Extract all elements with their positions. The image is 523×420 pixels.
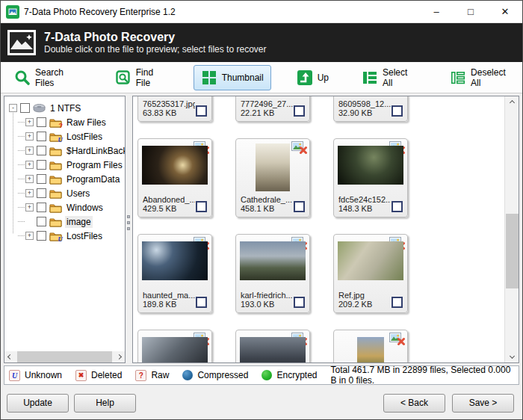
tree-checkbox[interactable]	[37, 188, 46, 198]
tree-item[interactable]: + ? Raw Files	[9, 115, 125, 129]
tree-expander[interactable]: -	[9, 104, 17, 112]
maximize-button[interactable]: □	[454, 1, 488, 22]
tree-item[interactable]: + U LostFiles	[9, 129, 125, 143]
tree-expander[interactable]: +	[25, 203, 34, 211]
tree-item-label[interactable]: Users	[65, 188, 91, 200]
file-checkbox[interactable]	[196, 297, 207, 308]
file-checkbox[interactable]	[196, 105, 207, 117]
toolbar-button[interactable]: Search Files	[7, 63, 90, 93]
thumbnail-tile[interactable]: fdc5e24c152... 148.3 KB	[333, 138, 408, 217]
tree-item-label[interactable]: Program Files	[65, 159, 124, 171]
tree-item-label[interactable]: image	[65, 216, 93, 228]
tree-item[interactable]: + ProgramData	[9, 172, 125, 186]
back-button[interactable]: < Back	[383, 394, 445, 413]
thumbnail-tile[interactable]	[137, 330, 212, 362]
tree-expander[interactable]: +	[25, 232, 34, 240]
thumbnail-tile[interactable]: Cathedrale_... 458.1 KB	[235, 138, 310, 217]
photo-icon	[7, 30, 36, 55]
tile-label: 8609598_12... 32.90 KB	[338, 99, 391, 117]
window-title: 7-Data Photo Recovery Enterprise 1.2	[24, 7, 176, 17]
help-button[interactable]: Help	[74, 394, 136, 413]
tree-expander[interactable]: +	[25, 175, 34, 183]
tree-checkbox[interactable]	[37, 117, 46, 127]
panel-splitter[interactable]	[126, 94, 132, 365]
update-button[interactable]: Update	[7, 394, 69, 413]
file-checkbox[interactable]	[196, 201, 207, 212]
tree-root-item[interactable]: - 1 NTFS	[9, 101, 125, 115]
file-size: 148.3 KB	[338, 204, 391, 213]
tile-label: 7772496_27... 22.21 KB	[241, 99, 293, 117]
thumbnail-image	[357, 337, 384, 362]
thumbnail-tile[interactable]	[235, 330, 310, 362]
toolbar-button-label: Thumbnail	[222, 72, 264, 83]
tree-expander[interactable]: +	[25, 146, 34, 155]
banner-title: 7-Data Photo Recovery	[44, 30, 266, 44]
file-checkbox[interactable]	[392, 105, 403, 117]
legend-label: Compressed	[197, 370, 248, 380]
file-checkbox[interactable]	[294, 201, 305, 212]
thumbnail-icon	[201, 70, 217, 86]
tree-checkbox[interactable]	[37, 132, 46, 141]
file-size: 32.90 KB	[338, 108, 391, 117]
file-checkbox[interactable]	[392, 297, 403, 308]
tree-connector	[18, 122, 25, 123]
tree-item-label[interactable]: $HardLinkBacku	[65, 145, 126, 157]
scroll-left-icon[interactable]	[4, 351, 16, 362]
scroll-up-icon[interactable]	[505, 96, 519, 109]
minimize-button[interactable]: –	[419, 1, 454, 22]
thumbnail-tile[interactable]: 7772496_27... 22.21 KB	[235, 96, 310, 122]
toolbar-button[interactable]: Select All	[354, 63, 424, 93]
close-button[interactable]: ✕	[488, 1, 522, 22]
scroll-down-icon[interactable]	[505, 350, 519, 362]
tree-item[interactable]: image	[9, 214, 125, 229]
tree-checkbox[interactable]	[37, 217, 46, 226]
tree-item-label[interactable]: LostFiles	[65, 230, 104, 242]
tree-checkbox[interactable]	[20, 103, 30, 113]
grid-vertical-scrollbar[interactable]	[504, 96, 519, 362]
tree-expander[interactable]: +	[25, 189, 34, 197]
file-checkbox[interactable]	[294, 105, 305, 117]
thumbnail-tile[interactable]: 765235317.jpg 63.83 KB	[137, 96, 212, 122]
thumbnail-tile[interactable]: haunted_ma... 189.8 KB	[137, 234, 212, 313]
save-button[interactable]: Save >	[452, 394, 514, 413]
scrollbar-thumb[interactable]	[17, 351, 112, 362]
file-checkbox[interactable]	[392, 201, 403, 212]
tree-item[interactable]: + $HardLinkBacku	[9, 143, 125, 158]
thumbnail-tile[interactable]: Abandoned_... 429.5 KB	[137, 138, 212, 217]
thumbnail-tile[interactable]	[333, 330, 408, 362]
tree-connector	[18, 136, 25, 137]
tree-item-label[interactable]: Windows	[65, 202, 105, 214]
tree-item-label[interactable]: LostFiles	[65, 131, 104, 143]
tree-expander[interactable]: +	[25, 118, 34, 126]
tree-checkbox[interactable]	[37, 174, 46, 184]
toolbar-button[interactable]: Deselect All	[442, 63, 522, 93]
file-checkbox[interactable]	[294, 297, 305, 308]
legend-label: Encrypted	[276, 370, 317, 380]
file-name: fdc5e24c152...	[338, 195, 391, 204]
scroll-right-icon[interactable]	[114, 351, 125, 362]
tree-item-label[interactable]: 1 NTFS	[49, 102, 82, 114]
toolbar-button[interactable]: Find File	[108, 63, 176, 93]
folder-icon	[49, 160, 62, 170]
tree-expander[interactable]: +	[25, 132, 34, 140]
toolbar-button[interactable]: Up	[289, 65, 336, 90]
tree-item[interactable]: + Windows	[9, 200, 125, 214]
tree-item-label[interactable]: ProgramData	[65, 173, 121, 185]
tree-checkbox[interactable]	[37, 160, 46, 170]
thumbnail-tile[interactable]: karl-friedrich... 193.0 KB	[235, 234, 310, 313]
scrollbar-thumb[interactable]	[506, 214, 519, 288]
deleted-badge-icon	[291, 141, 307, 154]
tree-checkbox[interactable]	[37, 231, 46, 241]
tree-checkbox[interactable]	[37, 146, 46, 155]
tree-horizontal-scrollbar[interactable]	[4, 351, 125, 362]
toolbar-button[interactable]: Thumbnail	[194, 65, 271, 90]
tree-checkbox[interactable]	[37, 203, 46, 212]
tree-item[interactable]: + Users	[9, 186, 125, 200]
tree-item[interactable]: + Program Files	[9, 158, 125, 172]
thumbnail-image	[338, 146, 403, 185]
tree-item-label[interactable]: Raw Files	[65, 117, 108, 129]
thumbnail-tile[interactable]: 8609598_12... 32.90 KB	[333, 96, 408, 122]
tree-expander[interactable]: +	[25, 161, 34, 169]
tree-item[interactable]: + U LostFiles	[9, 229, 125, 243]
thumbnail-tile[interactable]: Ref.jpg 209.2 KB	[333, 234, 408, 313]
